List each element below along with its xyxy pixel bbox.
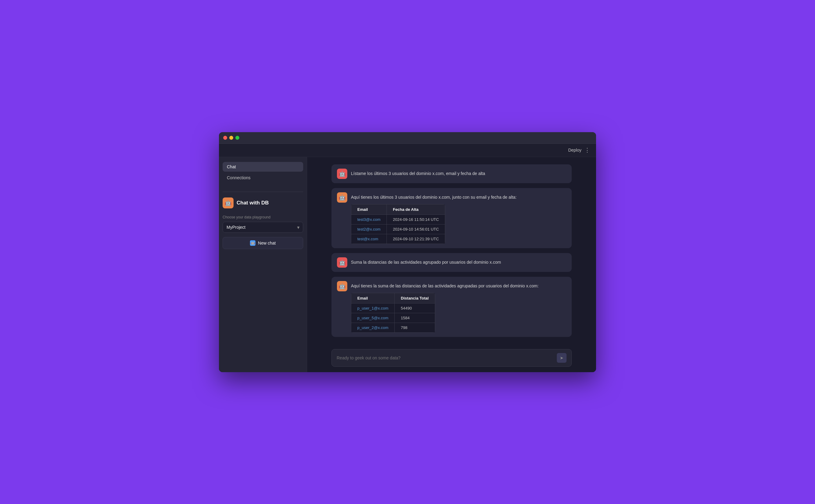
- message-text-4: Aquí tienes la suma de las distancias de…: [351, 281, 566, 289]
- message-content-2: Aquí tienes los últimos 3 usuarios del d…: [351, 192, 566, 244]
- email-cell[interactable]: test@x.com: [351, 234, 387, 244]
- date-cell: 2024-09-16 11:50:14 UTC: [387, 214, 445, 224]
- distance-table: Email Distancia Total p_user_1@x.com 544…: [351, 293, 435, 333]
- user-avatar-1: 🤖: [337, 169, 347, 179]
- project-select-wrapper: MyProject ▾: [223, 222, 303, 233]
- message-bot-2: 🤖 Aquí tienes los últimos 3 usuarios del…: [332, 188, 572, 248]
- bot-avatar-2: 🤖: [337, 192, 347, 203]
- new-chat-button[interactable]: 🤖 New chat: [223, 237, 303, 249]
- sidebar-nav: Chat Connections: [223, 162, 303, 183]
- more-button[interactable]: ⋮: [584, 147, 590, 153]
- chat-area: 🤖 Lístame los últimos 3 usuarios del dom…: [307, 157, 596, 372]
- sidebar-item-chat[interactable]: Chat: [223, 162, 303, 172]
- sidebar-item-connections[interactable]: Connections: [223, 173, 303, 183]
- sidebar: Chat Connections 🤖 Chat with DB Choose y…: [219, 157, 307, 372]
- maximize-button[interactable]: [236, 136, 239, 140]
- input-wrapper: ➤: [332, 349, 572, 367]
- distance-cell: 798: [395, 323, 435, 332]
- new-chat-label: New chat: [258, 241, 276, 245]
- users-table: Email Fecha de Alta test3@x.com 2024-09-…: [351, 204, 445, 244]
- send-button[interactable]: ➤: [557, 353, 566, 363]
- project-select[interactable]: MyProject: [223, 222, 303, 233]
- main-content: Chat Connections 🤖 Chat with DB Choose y…: [219, 157, 596, 372]
- input-area: ➤: [307, 345, 596, 372]
- email-cell[interactable]: test3@x.com: [351, 214, 387, 224]
- chat-input[interactable]: [337, 355, 554, 360]
- sidebar-divider: [223, 192, 303, 192]
- message-content-3: Suma la distancias de las actividades ag…: [351, 257, 566, 266]
- message-content-4: Aquí tienes la suma de las distancias de…: [351, 281, 566, 333]
- titlebar: [219, 132, 596, 144]
- date-cell: 2024-09-10 14:56:01 UTC: [387, 224, 445, 234]
- minimize-button[interactable]: [229, 136, 233, 140]
- table-row: test2@x.com 2024-09-10 14:56:01 UTC: [351, 224, 445, 234]
- app-window: Deploy ⋮ Chat Connections 🤖 Chat with DB…: [219, 132, 596, 372]
- message-content-1: Lístame los últimos 3 usuarios del domin…: [351, 169, 566, 177]
- message-text-2: Aquí tienes los últimos 3 usuarios del d…: [351, 192, 566, 201]
- close-button[interactable]: [223, 136, 227, 140]
- message-user-3: 🤖 Suma la distancias de las actividades …: [332, 253, 572, 272]
- email-cell[interactable]: p_user_5@x.com: [351, 313, 395, 323]
- table-row: p_user_5@x.com 1584: [351, 313, 435, 323]
- distance-cell: 1584: [395, 313, 435, 323]
- playground-label: Choose your data playground: [223, 215, 303, 219]
- table-row: p_user_1@x.com 54490: [351, 303, 435, 313]
- table-header-fecha: Fecha de Alta: [387, 204, 445, 214]
- chat-with-db-icon: 🤖: [223, 197, 234, 208]
- table-header-email: Email: [351, 204, 387, 214]
- table-header-email2: Email: [351, 293, 395, 303]
- table-row: test@x.com 2024-09-10 12:21:39 UTC: [351, 234, 445, 244]
- traffic-lights: [223, 136, 239, 140]
- date-cell: 2024-09-10 12:21:39 UTC: [387, 234, 445, 244]
- new-chat-icon: 🤖: [250, 240, 256, 246]
- send-icon: ➤: [560, 355, 563, 360]
- message-text-3: Suma la distancias de las actividades ag…: [351, 257, 566, 266]
- message-bot-4: 🤖 Aquí tienes la suma de las distancias …: [332, 277, 572, 337]
- chat-with-db-header: 🤖 Chat with DB: [223, 197, 303, 208]
- messages-list: 🤖 Lístame los últimos 3 usuarios del dom…: [307, 157, 596, 345]
- bot-avatar-4: 🤖: [337, 281, 347, 291]
- top-bar-actions: Deploy ⋮: [568, 147, 590, 153]
- email-cell[interactable]: p_user_2@x.com: [351, 323, 395, 332]
- top-bar: Deploy ⋮: [219, 144, 596, 157]
- table-row: p_user_2@x.com 798: [351, 323, 435, 332]
- message-user-1: 🤖 Lístame los últimos 3 usuarios del dom…: [332, 164, 572, 183]
- user-avatar-3: 🤖: [337, 257, 347, 268]
- table-header-distancia: Distancia Total: [395, 293, 435, 303]
- message-text-1: Lístame los últimos 3 usuarios del domin…: [351, 169, 566, 177]
- email-cell[interactable]: p_user_1@x.com: [351, 303, 395, 313]
- distance-cell: 54490: [395, 303, 435, 313]
- deploy-button[interactable]: Deploy: [568, 148, 581, 153]
- chat-with-db-title: Chat with DB: [237, 200, 269, 206]
- table-row: test3@x.com 2024-09-16 11:50:14 UTC: [351, 214, 445, 224]
- email-cell[interactable]: test2@x.com: [351, 224, 387, 234]
